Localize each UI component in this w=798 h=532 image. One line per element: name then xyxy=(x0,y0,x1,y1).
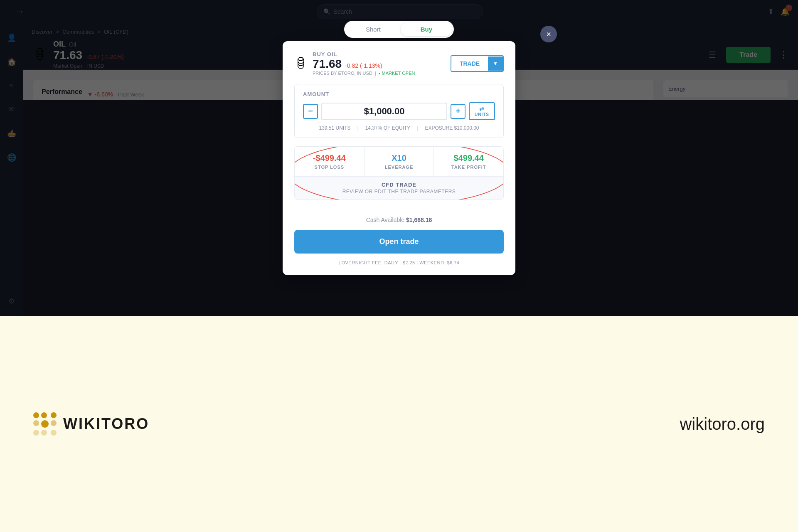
leverage-cell[interactable]: X10 LEVERAGE xyxy=(365,147,434,176)
params-row: -$499.44 STOP LOSS X10 LEVERAGE $499.44 … xyxy=(295,147,503,176)
cash-amount: $1,668.18 xyxy=(406,217,432,223)
amount-section: AMOUNT − $1,000.00 + ⇄ UNITS 139.51 UNIT… xyxy=(294,84,504,138)
take-profit-label: TAKE PROFIT xyxy=(439,165,498,170)
logo-dot xyxy=(33,412,39,418)
footer: WIKITORO wikitoro.org xyxy=(0,316,798,532)
modal-bottom: Cash Available $1,668.18 Open trade | OV… xyxy=(283,217,515,275)
amount-meta: 139.51 UNITS | 14.37% OF EQUITY | EXPOSU… xyxy=(303,125,495,131)
modal-price-change: -0.82 (-1.13%) xyxy=(345,62,382,69)
take-profit-value: $499.44 xyxy=(439,153,498,163)
cfd-subtitle: REVIEW OR EDIT THE TRADE PARAMETERS xyxy=(300,189,498,195)
stop-loss-label: STOP LOSS xyxy=(300,165,359,170)
logo-dots-grid xyxy=(33,412,57,436)
modal-price-meta: PRICES BY ETORO, IN USD | ● MARKET OPEN xyxy=(313,71,415,76)
decrease-amount-button[interactable]: − xyxy=(303,104,318,119)
leverage-label: LEVERAGE xyxy=(369,165,429,170)
modal-asset-details: BUY OIL 71.68 -0.82 (-1.13%) PRICES BY E… xyxy=(313,51,415,76)
logo-dot xyxy=(51,412,57,418)
trade-params: -$499.44 STOP LOSS X10 LEVERAGE $499.44 … xyxy=(294,146,504,200)
units-toggle-button[interactable]: ⇄ UNITS xyxy=(469,102,495,120)
trade-dropdown[interactable]: TRADE ▼ xyxy=(451,55,504,72)
cfd-title: CFD TRADE xyxy=(300,182,498,188)
logo-dot xyxy=(33,430,39,436)
trade-dropdown-button[interactable]: TRADE xyxy=(451,56,488,71)
modal-close-button[interactable]: × xyxy=(540,26,557,42)
amount-value[interactable]: $1,000.00 xyxy=(321,103,447,120)
footer-logo: WIKITORO xyxy=(33,412,149,436)
stop-loss-cell[interactable]: -$499.44 STOP LOSS xyxy=(295,147,365,176)
platform-background: → 🔍 Search ⬆ 🔔 1 👤 🏠 ≡ 👁 🥧 🌐 ⚙ Discov xyxy=(0,0,798,316)
leverage-value: X10 xyxy=(369,153,429,163)
modal-asset-left: 🛢 BUY OIL 71.68 -0.82 (-1.13%) PRICES BY… xyxy=(294,51,415,76)
modal-buy-label: BUY OIL xyxy=(313,51,415,57)
amount-equity: 14.37% OF EQUITY xyxy=(365,125,411,131)
amount-label: AMOUNT xyxy=(303,91,495,97)
modal-price: 71.68 xyxy=(313,57,342,71)
tab-short[interactable]: Short xyxy=(346,22,401,36)
logo-dot xyxy=(41,412,47,418)
trade-dropdown-arrow[interactable]: ▼ xyxy=(488,57,503,71)
logo-dot xyxy=(51,420,57,426)
logo-dot xyxy=(41,430,47,436)
market-open-indicator: ● MARKET OPEN xyxy=(379,71,415,76)
stop-loss-value: -$499.44 xyxy=(300,153,359,163)
footer-site-url: wikitoro.org xyxy=(680,415,765,433)
overnight-fee: | OVERNIGHT FEE: DAILY : $2.25 | WEEKEND… xyxy=(294,260,504,265)
trade-modal-container: Short Buy × 🛢 BUY OIL 71.68 -0.82 ( xyxy=(283,21,515,275)
tab-bar: Short Buy xyxy=(344,21,454,38)
increase-amount-button[interactable]: + xyxy=(451,104,466,119)
modal-asset-info: 🛢 BUY OIL 71.68 -0.82 (-1.13%) PRICES BY… xyxy=(294,51,504,76)
logo-dot xyxy=(33,420,39,426)
units-label: UNITS xyxy=(475,112,489,117)
footer-logo-text: WIKITORO xyxy=(63,415,149,433)
amount-exposure: EXPOSURE $10,000.00 xyxy=(425,125,479,131)
cfd-note: CFD TRADE REVIEW OR EDIT THE TRADE PARAM… xyxy=(295,176,503,200)
open-trade-button[interactable]: Open trade xyxy=(294,230,504,254)
logo-dot xyxy=(51,430,57,436)
trade-modal: 🛢 BUY OIL 71.68 -0.82 (-1.13%) PRICES BY… xyxy=(283,41,515,275)
units-icon: ⇄ xyxy=(479,106,485,112)
logo-dot-large xyxy=(41,420,49,428)
amount-controls: − $1,000.00 + ⇄ UNITS xyxy=(303,102,495,120)
tab-buy[interactable]: Buy xyxy=(401,22,452,36)
modal-tabs: Short Buy xyxy=(283,21,515,38)
oil-icon: 🛢 xyxy=(294,56,308,71)
modal-body: 🛢 BUY OIL 71.68 -0.82 (-1.13%) PRICES BY… xyxy=(283,41,515,217)
take-profit-cell[interactable]: $499.44 TAKE PROFIT xyxy=(434,147,503,176)
amount-units: 139.51 UNITS xyxy=(319,125,350,131)
cash-available: Cash Available $1,668.18 xyxy=(294,217,504,223)
